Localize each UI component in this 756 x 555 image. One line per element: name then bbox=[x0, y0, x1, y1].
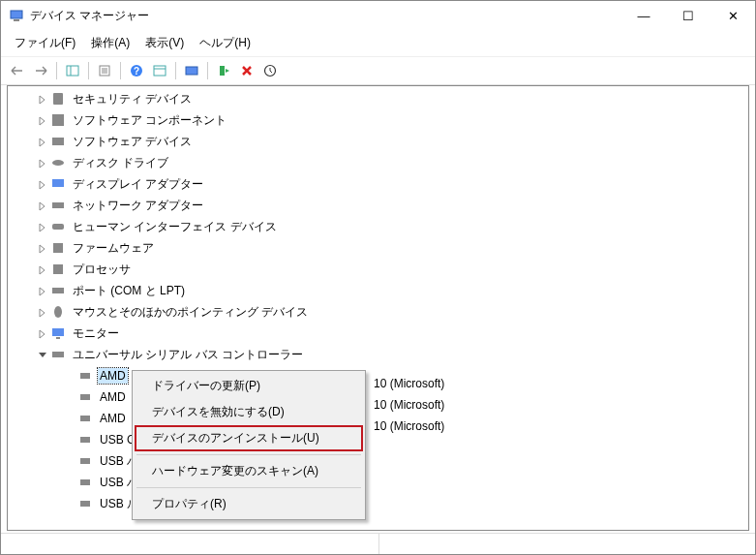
close-button[interactable]: ✕ bbox=[711, 1, 755, 30]
device-icon bbox=[77, 453, 93, 469]
toolbar-separator bbox=[175, 62, 176, 79]
svg-rect-17 bbox=[52, 138, 64, 145]
svg-rect-15 bbox=[53, 93, 63, 105]
device-icon bbox=[50, 219, 66, 234]
expand-closed-icon[interactable] bbox=[35, 94, 48, 105]
tree-node-label-suffix: 10 (Microsoft) bbox=[374, 419, 444, 433]
tree-node[interactable]: USB ハ bbox=[8, 472, 748, 493]
device-tree[interactable]: セキュリティ デバイスソフトウェア コンポーネントソフトウェア デバイスディスク… bbox=[8, 86, 748, 530]
tree-node[interactable]: USB ハ bbox=[8, 450, 748, 472]
scan-button[interactable] bbox=[181, 60, 202, 81]
ctx-scan-hardware[interactable]: ハードウェア変更のスキャン(A) bbox=[135, 458, 363, 484]
device-icon bbox=[50, 198, 66, 213]
ctx-separator bbox=[136, 454, 361, 455]
tree-node-label: マウスとそのほかのポインティング デバイス bbox=[71, 303, 310, 322]
menu-help[interactable]: ヘルプ(H) bbox=[192, 32, 258, 54]
tree-node[interactable]: ポート (COM と LPT) bbox=[8, 280, 748, 301]
uninstall-button[interactable] bbox=[236, 60, 257, 81]
svg-rect-16 bbox=[52, 114, 64, 126]
tree-node[interactable]: モニター bbox=[8, 323, 748, 344]
tree-node-label: プロセッサ bbox=[71, 261, 133, 279]
tree-node[interactable]: プロセッサ bbox=[8, 259, 748, 280]
svg-rect-2 bbox=[67, 66, 78, 76]
enable-button[interactable] bbox=[213, 60, 234, 81]
statusbar bbox=[1, 533, 755, 554]
expand-closed-icon[interactable] bbox=[35, 200, 48, 211]
device-icon bbox=[50, 155, 66, 170]
expand-closed-icon[interactable] bbox=[35, 222, 48, 232]
device-icon bbox=[50, 112, 66, 128]
tree-node-label: AMD bbox=[98, 368, 128, 384]
expand-closed-icon[interactable] bbox=[35, 137, 48, 147]
expand-closed-icon[interactable] bbox=[35, 115, 48, 126]
device-icon bbox=[77, 368, 93, 384]
tree-node[interactable]: マウスとそのほかのポインティング デバイス bbox=[8, 301, 748, 323]
titlebar: デバイス マネージャー — ☐ ✕ bbox=[1, 1, 755, 30]
toolbar-separator bbox=[120, 62, 121, 79]
device-icon bbox=[50, 240, 66, 256]
properties-button[interactable] bbox=[94, 60, 115, 81]
content-area: セキュリティ デバイスソフトウェア コンポーネントソフトウェア デバイスディスク… bbox=[7, 85, 749, 531]
expand-closed-icon[interactable] bbox=[35, 158, 48, 169]
context-menu: ドライバーの更新(P) デバイスを無効にする(D) デバイスのアンインストール(… bbox=[132, 370, 366, 520]
tree-node[interactable]: セキュリティ デバイス bbox=[8, 88, 748, 109]
tree-node[interactable]: ファームウェア bbox=[8, 237, 748, 259]
tree-node-label: ディスプレイ アダプター bbox=[71, 175, 205, 194]
tree-node[interactable]: ソフトウェア コンポーネント bbox=[8, 109, 748, 131]
tree-node[interactable]: ネットワーク アダプター bbox=[8, 195, 748, 216]
menu-file[interactable]: ファイル(F) bbox=[7, 32, 83, 54]
device-icon bbox=[50, 262, 66, 277]
expand-closed-icon[interactable] bbox=[35, 328, 48, 339]
expand-closed-icon[interactable] bbox=[35, 264, 48, 275]
svg-rect-24 bbox=[52, 288, 64, 293]
tree-node-label: ヒューマン インターフェイス デバイス bbox=[71, 218, 279, 236]
tree-node[interactable]: ユニバーサル シリアル バス コントローラー bbox=[8, 344, 748, 365]
expand-closed-icon[interactable] bbox=[35, 307, 48, 318]
app-icon bbox=[9, 8, 24, 23]
expand-closed-icon[interactable] bbox=[35, 179, 48, 190]
tree-node[interactable]: ディスク ドライブ bbox=[8, 152, 748, 173]
tree-node-label: ファームウェア bbox=[71, 239, 156, 258]
expand-open-icon[interactable] bbox=[35, 350, 48, 360]
ctx-update-driver[interactable]: ドライバーの更新(P) bbox=[135, 373, 363, 399]
back-button[interactable] bbox=[7, 60, 28, 81]
tree-node-label: モニター bbox=[71, 324, 121, 343]
svg-text:?: ? bbox=[134, 66, 139, 77]
toolbar-separator bbox=[56, 62, 57, 79]
device-icon bbox=[50, 134, 66, 149]
help-button[interactable]: ? bbox=[126, 60, 147, 81]
forward-button[interactable] bbox=[30, 60, 51, 81]
tree-node[interactable]: ソフトウェア デバイス bbox=[8, 131, 748, 152]
tree-node-label-suffix: 10 (Microsoft) bbox=[374, 377, 444, 390]
toolbar-separator bbox=[88, 62, 89, 79]
tree-node-label: ネットワーク アダプター bbox=[71, 197, 205, 215]
ctx-disable-device[interactable]: デバイスを無効にする(D) bbox=[135, 399, 363, 425]
svg-rect-34 bbox=[80, 479, 90, 485]
tree-node-label-suffix: 10 (Microsoft) bbox=[374, 398, 444, 412]
svg-rect-10 bbox=[154, 66, 166, 76]
tree-node-label: ディスク ドライブ bbox=[71, 154, 170, 172]
svg-rect-1 bbox=[14, 19, 19, 21]
ctx-separator bbox=[136, 487, 361, 488]
minimize-button[interactable]: — bbox=[621, 1, 666, 30]
tree-node[interactable]: ヒューマン インターフェイス デバイス bbox=[8, 216, 748, 237]
device-icon bbox=[50, 91, 66, 107]
svg-rect-23 bbox=[53, 264, 63, 274]
device-icon bbox=[50, 176, 66, 192]
menu-view[interactable]: 表示(V) bbox=[137, 32, 192, 54]
ctx-uninstall-device[interactable]: デバイスのアンインストール(U) bbox=[135, 425, 363, 451]
svg-rect-20 bbox=[52, 202, 64, 208]
show-hide-tree-button[interactable] bbox=[62, 60, 83, 81]
tree-node[interactable]: ディスプレイ アダプター bbox=[8, 173, 748, 195]
tree-node[interactable]: USB ルート ハブ (USB 3.0) bbox=[8, 493, 748, 514]
svg-rect-33 bbox=[80, 458, 90, 464]
maximize-button[interactable]: ☐ bbox=[666, 1, 711, 30]
tree-node-label: ソフトウェア コンポーネント bbox=[71, 111, 228, 130]
update-button[interactable] bbox=[259, 60, 281, 81]
ctx-properties[interactable]: プロパティ(R) bbox=[135, 491, 363, 517]
expand-closed-icon[interactable] bbox=[35, 286, 48, 296]
details-button[interactable] bbox=[149, 60, 170, 81]
menu-action[interactable]: 操作(A) bbox=[83, 32, 137, 54]
svg-rect-30 bbox=[80, 394, 90, 400]
expand-closed-icon[interactable] bbox=[35, 243, 48, 254]
